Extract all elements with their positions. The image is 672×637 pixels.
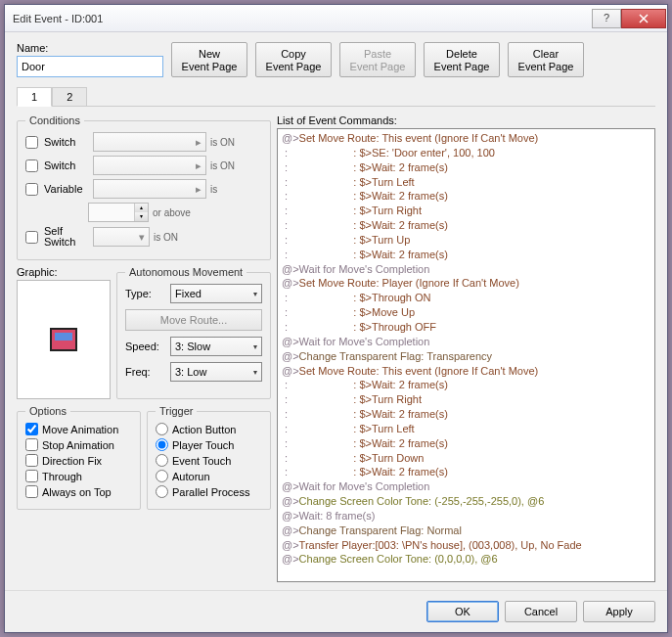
command-line[interactable]: @>Wait for Move's Completion: [282, 262, 650, 277]
cond-variable-spinner[interactable]: ▴▾: [88, 203, 149, 222]
command-line[interactable]: @>Set Move Route: Player (Ignore If Can'…: [282, 276, 650, 291]
cond-switch2-suffix: is ON: [210, 160, 235, 171]
trig-autorun: Autorun: [156, 470, 262, 482]
freq-row: Freq: 3: Low▾: [125, 362, 262, 382]
spinner-buttons[interactable]: ▴▾: [134, 204, 148, 221]
ok-button[interactable]: OK: [426, 601, 499, 622]
command-line[interactable]: : : $>Wait: 2 frame(s): [282, 189, 650, 204]
cond-switch1-check[interactable]: [25, 136, 38, 149]
conditions-group: Conditions Switch ▸ is ON Switch ▸ is ON: [17, 114, 271, 260]
copy-page-button[interactable]: Copy Event Page: [255, 42, 332, 77]
cond-switch1-dropdown[interactable]: ▸: [93, 132, 206, 152]
left-column: Conditions Switch ▸ is ON Switch ▸ is ON: [17, 114, 271, 582]
right-column: List of Event Commands: @>Set Move Route…: [277, 114, 655, 582]
command-line[interactable]: @>Set Move Route: This event (Ignore If …: [282, 131, 650, 146]
options-trigger-row: Options Move Animation Stop Animation Di…: [17, 405, 271, 510]
cond-selfswitch-check[interactable]: [25, 231, 38, 244]
type-select[interactable]: Fixed▾: [170, 284, 262, 303]
opt-through-label: Through: [42, 471, 82, 482]
command-line[interactable]: @>Change Screen Color Tone: (-255,-255,-…: [282, 494, 650, 509]
graphic-picker[interactable]: [17, 280, 111, 399]
trig-autorun-radio[interactable]: [156, 470, 168, 482]
opt-dir-fix-check[interactable]: [25, 454, 38, 467]
move-route-button[interactable]: Move Route...: [125, 309, 262, 331]
close-button[interactable]: [621, 9, 666, 28]
opt-through-check[interactable]: [25, 470, 38, 482]
opt-move-anim-check[interactable]: [25, 423, 38, 435]
command-line[interactable]: : : $>Wait: 2 frame(s): [282, 160, 650, 175]
trig-player-radio[interactable]: [156, 438, 168, 451]
delete-page-button[interactable]: Delete Event Page: [424, 42, 500, 77]
conditions-legend: Conditions: [25, 114, 84, 126]
options-legend: Options: [25, 405, 70, 417]
autonomous-legend: Autonomous Movement: [125, 266, 246, 278]
cancel-button[interactable]: Cancel: [505, 601, 577, 622]
command-line[interactable]: : : $>Turn Up: [282, 233, 650, 248]
trig-player: Player Touch: [156, 438, 262, 451]
command-line[interactable]: : : $>Wait: 2 frame(s): [282, 407, 650, 422]
apply-button[interactable]: Apply: [583, 601, 655, 622]
titlebar: Edit Event - ID:001 ?: [5, 5, 667, 32]
command-line[interactable]: @>Change Transparent Flag: Normal: [282, 523, 650, 538]
command-line[interactable]: : : $>Turn Right: [282, 392, 650, 407]
tab-2[interactable]: 2: [52, 87, 87, 106]
name-column: Name:: [17, 42, 163, 77]
command-line[interactable]: @>Wait for Move's Completion: [282, 335, 650, 349]
command-line[interactable]: : : $>Turn Left: [282, 175, 650, 190]
top-row: Name: New Event Page Copy Event Page Pas…: [17, 42, 655, 77]
clear-page-button[interactable]: Clear Event Page: [508, 42, 584, 77]
cond-switch2-check[interactable]: [25, 159, 38, 172]
opt-on-top: Always on Top: [25, 485, 132, 498]
command-line[interactable]: : : $>Wait: 2 frame(s): [282, 248, 650, 262]
cond-switch2-row: Switch ▸ is ON: [25, 156, 262, 175]
cond-variable-check[interactable]: [25, 183, 38, 196]
cond-selfswitch-dropdown[interactable]: ▾: [93, 227, 150, 247]
name-input[interactable]: [17, 56, 163, 77]
options-group: Options Move Animation Stop Animation Di…: [17, 405, 141, 510]
opt-stop-anim: Stop Animation: [25, 438, 132, 451]
trig-action-radio[interactable]: [156, 423, 168, 435]
trig-event-radio[interactable]: [156, 454, 168, 467]
type-label: Type:: [125, 288, 164, 299]
trig-autorun-label: Autorun: [172, 471, 210, 482]
help-button[interactable]: ?: [592, 9, 621, 28]
commands-list[interactable]: @>Set Move Route: This event (Ignore If …: [277, 128, 655, 582]
command-line[interactable]: : : $>Turn Left: [282, 422, 650, 436]
command-line[interactable]: @>Wait for Move's Completion: [282, 479, 650, 494]
cond-switch2-dropdown[interactable]: ▸: [93, 156, 206, 175]
opt-on-top-label: Always on Top: [42, 486, 112, 498]
tab-1[interactable]: 1: [17, 87, 52, 107]
opt-stop-anim-check[interactable]: [25, 438, 38, 451]
command-line[interactable]: : : $>Move Up: [282, 305, 650, 320]
new-page-button[interactable]: New Event Page: [171, 42, 247, 77]
command-line[interactable]: : : $>Wait: 2 frame(s): [282, 378, 650, 392]
command-line[interactable]: : : $>Turn Down: [282, 451, 650, 466]
command-line[interactable]: : : $>Turn Right: [282, 204, 650, 218]
command-line[interactable]: : : $>SE: 'Door enter', 100, 100: [282, 146, 650, 160]
cond-selfswitch-row: Self Switch ▾ is ON: [25, 226, 262, 248]
command-line[interactable]: @>Change Transparent Flag: Transparency: [282, 349, 650, 364]
chevron-down-icon: ▾: [253, 342, 257, 351]
command-line[interactable]: @>Set Move Route: This event (Ignore If …: [282, 364, 650, 379]
graphic-movement-row: Graphic: Autonomous Movement Type: Fixed…: [17, 266, 271, 399]
commands-label: List of Event Commands:: [277, 114, 655, 126]
freq-select[interactable]: 3: Low▾: [170, 362, 262, 382]
trig-action: Action Button: [156, 423, 262, 435]
freq-value: 3: Low: [175, 366, 206, 378]
speed-select[interactable]: 3: Slow▾: [170, 337, 262, 356]
trig-parallel-radio[interactable]: [156, 485, 168, 498]
command-line[interactable]: : : $>Wait: 2 frame(s): [282, 218, 650, 233]
chevron-down-icon: ▾: [139, 231, 145, 244]
cond-variable-dropdown[interactable]: ▸: [93, 179, 206, 199]
command-line[interactable]: @>Change Screen Color Tone: (0,0,0,0), @…: [282, 552, 650, 567]
trigger-group: Trigger Action Button Player Touch Event…: [147, 405, 271, 510]
command-line[interactable]: : : $>Wait: 2 frame(s): [282, 465, 650, 479]
command-line[interactable]: : : $>Through ON: [282, 291, 650, 305]
opt-on-top-check[interactable]: [25, 485, 38, 498]
command-line[interactable]: @>Wait: 8 frame(s): [282, 509, 650, 523]
chevron-right-icon: ▸: [196, 136, 202, 149]
command-line[interactable]: : : $>Through OFF: [282, 320, 650, 335]
command-line[interactable]: @>Transfer Player:[003: \PN's house], (0…: [282, 538, 650, 553]
cond-variable-label: Variable: [44, 183, 89, 195]
command-line[interactable]: : : $>Wait: 2 frame(s): [282, 436, 650, 451]
